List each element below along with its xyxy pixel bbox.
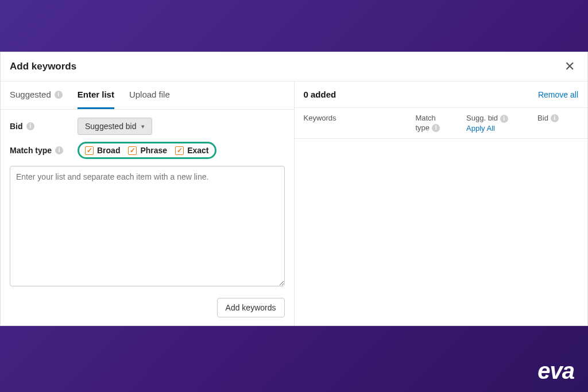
column-label: Keywords xyxy=(304,114,336,122)
add-button-row: Add keywords xyxy=(10,298,285,317)
modal-header: Add keywords ✕ xyxy=(1,52,587,81)
info-icon: i xyxy=(551,114,559,122)
form-area: Bid i Suggested bid ▾ Match type i xyxy=(1,110,294,325)
info-icon: i xyxy=(26,122,34,130)
bid-dropdown-label: Suggested bid xyxy=(85,122,137,131)
column-label: Bid xyxy=(537,114,548,122)
match-type-highlight: ✓ Broad ✓ Phrase ✓ Exact xyxy=(78,142,216,159)
table-header: Keywords Match type i Sugg. bid i xyxy=(295,108,588,139)
column-sugg-bid: Sugg. bid i Apply All xyxy=(466,114,537,133)
apply-all-link[interactable]: Apply All xyxy=(466,124,495,133)
close-icon[interactable]: ✕ xyxy=(561,59,578,74)
modal-title: Add keywords xyxy=(10,61,76,72)
eva-logo: eva xyxy=(537,358,574,384)
right-pane: 0 added Remove all Keywords Match type i xyxy=(295,81,588,325)
keywords-textarea[interactable] xyxy=(10,166,285,286)
info-icon: i xyxy=(500,115,508,123)
add-keywords-modal: Add keywords ✕ Suggested i Enter list Up… xyxy=(0,52,588,326)
checkbox-label: Exact xyxy=(187,146,208,155)
match-type-row: Match type i ✓ Broad ✓ Phrase ✓ xyxy=(10,142,285,159)
checkbox-exact[interactable]: ✓ Exact xyxy=(175,146,208,155)
bid-row: Bid i Suggested bid ▾ xyxy=(10,118,285,135)
tab-label: Suggested xyxy=(10,90,51,99)
column-label: type xyxy=(415,123,430,132)
right-header: 0 added Remove all xyxy=(295,81,588,108)
bid-label: Bid i xyxy=(10,122,78,131)
left-pane: Suggested i Enter list Upload file Bid i xyxy=(1,81,295,325)
column-match-type: Match type i xyxy=(415,114,466,132)
match-type-label: Match type i xyxy=(10,146,78,155)
checkbox-label: Phrase xyxy=(140,146,167,155)
check-icon: ✓ xyxy=(128,146,137,155)
add-keywords-button[interactable]: Add keywords xyxy=(217,298,285,317)
bid-dropdown[interactable]: Suggested bid ▾ xyxy=(78,118,152,135)
remove-all-link[interactable]: Remove all xyxy=(538,90,578,99)
check-icon: ✓ xyxy=(85,146,94,155)
info-icon: i xyxy=(55,91,63,99)
checkbox-phrase[interactable]: ✓ Phrase xyxy=(128,146,167,155)
tabs: Suggested i Enter list Upload file xyxy=(1,81,294,110)
check-icon: ✓ xyxy=(175,146,184,155)
tab-label: Enter list xyxy=(78,90,114,99)
checkbox-broad[interactable]: ✓ Broad xyxy=(85,146,120,155)
tab-suggested[interactable]: Suggested i xyxy=(10,81,63,109)
tab-label: Upload file xyxy=(129,90,170,99)
column-label: Sugg. bid xyxy=(466,114,498,122)
column-label: Match xyxy=(415,114,435,122)
added-count: 0 added xyxy=(304,90,336,99)
checkbox-label: Broad xyxy=(97,146,120,155)
modal-body: Suggested i Enter list Upload file Bid i xyxy=(1,81,587,325)
column-bid: Bid i xyxy=(537,114,578,122)
info-icon: i xyxy=(432,124,440,132)
tab-upload-file[interactable]: Upload file xyxy=(129,81,170,109)
info-icon: i xyxy=(55,146,63,154)
tab-enter-list[interactable]: Enter list xyxy=(78,81,114,109)
bid-label-text: Bid xyxy=(10,122,23,131)
chevron-down-icon: ▾ xyxy=(141,123,145,130)
match-type-label-text: Match type xyxy=(10,146,52,155)
column-keywords: Keywords xyxy=(304,114,416,122)
